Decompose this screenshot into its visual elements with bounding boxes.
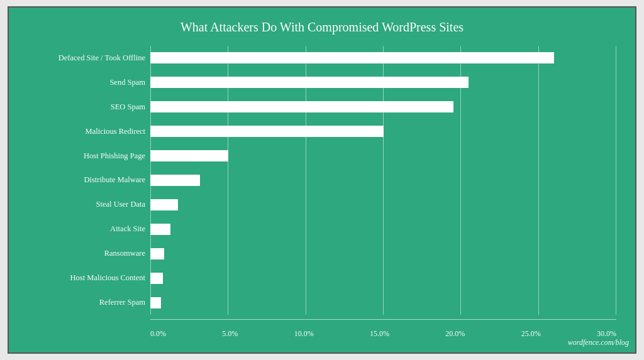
bar [150, 273, 163, 284]
bar [150, 150, 228, 161]
y-label: Ransomware [28, 249, 145, 258]
bar-row [150, 294, 616, 312]
bar-row [150, 147, 616, 165]
y-label: Send Spam [28, 78, 145, 87]
y-label: SEO Spam [28, 102, 145, 112]
x-axis-label: 20.0% [445, 329, 465, 339]
bar [150, 77, 469, 88]
y-label: Steal User Data [28, 200, 145, 209]
y-label: Host Phishing Page [28, 151, 145, 161]
bar [150, 101, 453, 112]
bars-area: 0.0%5.0%10.0%15.0%20.0%25.0%30.0% [150, 46, 616, 315]
x-axis-label: 10.0% [294, 329, 314, 339]
bar-row [150, 245, 616, 263]
y-label: Host Malicious Content [28, 273, 145, 283]
bar-row [150, 221, 616, 238]
x-axis-label: 5.0% [222, 329, 238, 339]
bar-row [150, 172, 616, 189]
bar-row [150, 74, 616, 91]
watermark: wordfence.com/blog [568, 338, 629, 347]
bar-row [150, 98, 616, 116]
x-axis-label: 30.0% [597, 329, 616, 339]
bar [150, 224, 170, 235]
x-axis: 0.0%5.0%10.0%15.0%20.0%25.0%30.0% [150, 329, 616, 339]
chart-title: What Attackers Do With Compromised WordP… [28, 20, 616, 35]
x-axis-label: 25.0% [521, 329, 541, 339]
chart-body: Defaced Site / Took OfflineSend SpamSEO … [28, 46, 616, 315]
y-label: Attack Site [28, 224, 145, 234]
x-axis-line [150, 319, 616, 320]
bar-row [150, 123, 616, 140]
x-axis-label: 15.0% [370, 329, 389, 339]
bar [150, 126, 384, 137]
bar [150, 52, 554, 63]
y-label: Referrer Spam [28, 298, 145, 307]
y-label: Malicious Redirect [28, 127, 145, 136]
bar [150, 175, 200, 186]
x-axis-label: 0.0% [150, 329, 166, 339]
bar [150, 248, 164, 259]
bar [150, 297, 161, 308]
bar-row [150, 270, 616, 287]
y-label: Defaced Site / Took Offline [28, 53, 145, 63]
bar-row [150, 196, 616, 214]
bar [150, 199, 178, 210]
y-label: Distribute Malware [28, 175, 145, 185]
chart-container: What Attackers Do With Compromised WordP… [8, 6, 636, 354]
bar-row [150, 49, 616, 67]
y-labels: Defaced Site / Took OfflineSend SpamSEO … [28, 46, 150, 315]
